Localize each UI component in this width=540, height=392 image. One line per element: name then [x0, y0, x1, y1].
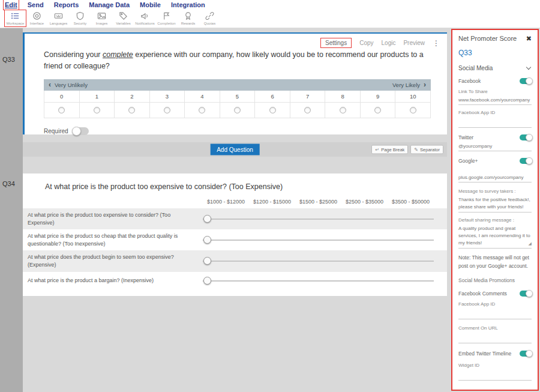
- slider-handle[interactable]: [203, 277, 211, 285]
- toolbar-item-languages[interactable]: Languages: [48, 10, 69, 26]
- slider-handle[interactable]: [203, 236, 211, 244]
- menu-mobile[interactable]: Mobile: [140, 1, 161, 8]
- nps-radio[interactable]: [410, 107, 416, 113]
- settings-button[interactable]: Settings: [320, 38, 352, 48]
- nps-radio[interactable]: [128, 107, 135, 113]
- nps-radio-cell[interactable]: [220, 103, 256, 118]
- menu-reports[interactable]: Reports: [54, 1, 79, 8]
- nps-radio[interactable]: [340, 107, 346, 113]
- toolbar-item-variables[interactable]: Variables: [113, 10, 134, 26]
- menu-integration[interactable]: Integration: [171, 1, 205, 8]
- nps-radio-cell[interactable]: [290, 103, 326, 118]
- question-text-part: Considering your: [44, 50, 103, 59]
- nps-radio-cell[interactable]: [115, 103, 150, 118]
- toolbar-item-rewards[interactable]: Rewards: [178, 10, 199, 26]
- menu-manage-data[interactable]: Manage Data: [89, 1, 130, 8]
- interface-icon: [32, 11, 41, 20]
- q34-column-spacer: [28, 199, 203, 205]
- nps-radio[interactable]: [234, 107, 241, 113]
- comment-on-url-input[interactable]: [458, 337, 532, 343]
- widget-id-input[interactable]: [458, 374, 532, 381]
- price-slider[interactable]: [203, 213, 434, 225]
- toolbar-item-completion[interactable]: Completion: [156, 10, 177, 26]
- nps-value-cell: 2: [115, 91, 150, 103]
- twitter-toggle[interactable]: [520, 134, 532, 140]
- scale-left-arrow-icon[interactable]: ‹: [49, 80, 51, 89]
- nps-radio-cell[interactable]: [150, 103, 185, 118]
- embed-twitter-toggle[interactable]: [520, 351, 532, 357]
- menubar: Edit Send Reports Manage Data Mobile Int…: [0, 0, 540, 9]
- facebook-link-input[interactable]: [458, 97, 532, 105]
- facebook-toggle[interactable]: [520, 78, 532, 84]
- price-slider[interactable]: [203, 255, 434, 267]
- menu-edit[interactable]: Edit: [5, 1, 17, 8]
- logic-button[interactable]: Logic: [382, 40, 396, 46]
- nps-radio-cell[interactable]: [361, 103, 396, 118]
- q34-row-label: At what price is the product too expensi…: [28, 211, 203, 226]
- slider-track: [203, 261, 434, 262]
- toggle-knob: [526, 134, 533, 141]
- sharing-textarea[interactable]: A quality product and great services, I …: [458, 225, 532, 249]
- widget-id-label: Widget ID: [458, 363, 532, 368]
- toolbar-item-workspace[interactable]: Workspace: [5, 10, 26, 26]
- nps-radio[interactable]: [269, 107, 276, 113]
- nps-scale: ‹ Very Unlikely Very Likely › 0123456789…: [44, 79, 431, 118]
- page-break-button[interactable]: ↵ Page Break: [371, 145, 408, 154]
- google-link-input[interactable]: [458, 175, 532, 182]
- resize-handle-icon[interactable]: ◢: [529, 241, 532, 247]
- question-actions: Settings Copy Logic Preview ⋮: [320, 38, 440, 48]
- facebook-app-id-input[interactable]: [458, 121, 532, 128]
- nps-radio[interactable]: [94, 107, 100, 113]
- twitter-handle-input[interactable]: [458, 143, 532, 151]
- separator-button[interactable]: ✎ Separator: [410, 145, 443, 154]
- nps-radio[interactable]: [374, 107, 381, 113]
- nps-scale-header: ‹ Very Unlikely Very Likely ›: [44, 79, 431, 91]
- toolbar-item-images[interactable]: Images: [91, 10, 112, 26]
- toggle-knob: [526, 290, 533, 297]
- message-textarea[interactable]: Thanks for the positive feedback!, pleas…: [458, 196, 532, 213]
- toolbar-item-label: Completion: [157, 22, 175, 25]
- nps-value-cell: 5: [220, 91, 256, 103]
- nps-radio[interactable]: [199, 107, 205, 113]
- scale-right-arrow-icon[interactable]: ›: [424, 80, 426, 89]
- facebook-comments-toggle[interactable]: [520, 291, 532, 297]
- toolbar-item-notifications[interactable]: Notifications: [134, 10, 155, 26]
- slider-handle[interactable]: [203, 215, 211, 223]
- required-toggle[interactable]: [73, 127, 89, 135]
- toolbar-item-quotas[interactable]: Quotas: [199, 10, 220, 26]
- q34-column-header: $3500 - $50000: [388, 199, 434, 205]
- quotas-icon: [205, 11, 214, 20]
- default-sharing-message-label: Default sharing message :: [458, 217, 532, 223]
- social-media-section-toggle[interactable]: Social Media: [458, 65, 532, 71]
- nps-radio[interactable]: [304, 107, 311, 113]
- price-slider[interactable]: [203, 275, 434, 287]
- nps-radio-cell[interactable]: [395, 103, 431, 118]
- more-options-icon[interactable]: ⋮: [433, 39, 440, 47]
- nps-radio-cell[interactable]: [44, 103, 80, 118]
- copy-button[interactable]: Copy: [359, 40, 373, 46]
- close-icon[interactable]: ✖: [526, 35, 532, 42]
- notifications-icon: [140, 11, 149, 20]
- slider-handle[interactable]: [203, 257, 211, 265]
- price-slider[interactable]: [203, 234, 434, 246]
- nps-radio[interactable]: [164, 107, 170, 113]
- nps-radio-row: [44, 103, 431, 118]
- nps-value-cell: 9: [361, 91, 396, 103]
- nps-radio-cell[interactable]: [255, 103, 290, 118]
- facebook-app-id-2-input[interactable]: [458, 313, 532, 319]
- nps-radio[interactable]: [58, 107, 65, 113]
- q34-column-header: $1000 - $12000: [203, 199, 249, 205]
- toolbar-item-security[interactable]: Security: [70, 10, 91, 26]
- google-plus-toggle[interactable]: [520, 158, 532, 164]
- preview-button[interactable]: Preview: [403, 40, 425, 46]
- nps-radio-cell[interactable]: [80, 103, 115, 118]
- toolbar-item-label: Images: [96, 22, 108, 25]
- add-question-button[interactable]: Add Question: [210, 144, 260, 155]
- nps-radio-cell[interactable]: [185, 103, 220, 118]
- toolbar-item-label: Rewards: [181, 22, 196, 25]
- toolbar-item-interface[interactable]: Interface: [26, 10, 47, 26]
- nps-radio-cell[interactable]: [325, 103, 361, 118]
- menu-send[interactable]: Send: [28, 1, 44, 8]
- security-icon: [76, 11, 85, 20]
- message-to-survey-takers-label: Message to survey takers :: [458, 188, 532, 194]
